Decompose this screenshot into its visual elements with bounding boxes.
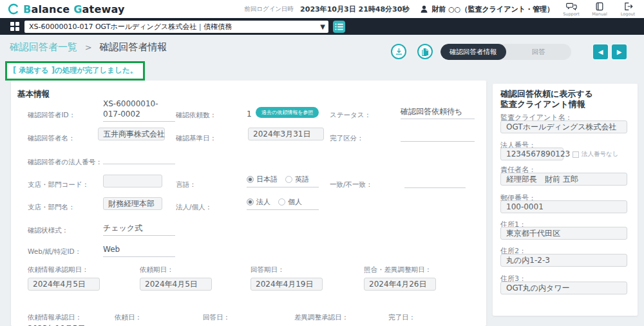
completion-value [401, 131, 475, 142]
app-header: Balance Gateway 前回ログイン日時 2023年10月3日 21時4… [0, 0, 644, 18]
entity-type-label: 法人/個人： [176, 203, 212, 212]
reconciliation-deadline-input[interactable]: 2024年4月26日 [364, 278, 436, 291]
address2-input[interactable]: 丸の内1-2-3 [500, 254, 627, 267]
prev-arrow-icon: ◀ [598, 48, 603, 55]
address1-input[interactable]: 東京都千代田区 [500, 227, 627, 240]
user-icon [419, 4, 429, 14]
radio-individual[interactable]: 個人 [278, 197, 302, 207]
manual-label: Manual [592, 12, 607, 17]
engagement-selector[interactable]: XS-60000010-017 OGTホールディングス株式会社｜債権債務 ▼ [24, 21, 328, 33]
user-menu[interactable]: 財前 ○○（監査クライアント・管理） [419, 4, 554, 14]
audit-client-panel: 確認回答依頼に表示する 監査クライアント情報 監査クライアント名： OGTホール… [493, 84, 638, 316]
copy-document-button[interactable] [417, 44, 433, 59]
base-date-label: 確認基準日： [176, 134, 216, 143]
corporate-number-value [103, 153, 175, 164]
list-menu-button[interactable] [333, 21, 345, 33]
approval-deadline-input[interactable]: 2024年4月5日 [28, 278, 100, 291]
breadcrumb-current: 確認回答者情報 [99, 41, 167, 53]
breadcrumb-separator: > [85, 43, 92, 52]
next-record-button[interactable]: ▶ [612, 44, 627, 59]
manager-input[interactable]: 経理部長 財前 五郎 [500, 173, 627, 186]
radio-japanese[interactable]: 日本語 [247, 175, 278, 184]
breadcrumb-parent-link[interactable]: 確認回答者一覧 [10, 41, 77, 53]
responder-name-input[interactable]: 五井商事株式会社 [98, 128, 165, 140]
view-toggle: 確認回答者情報 回答 [440, 44, 571, 60]
radio-corporate[interactable]: 法人 [247, 197, 270, 207]
approval-date-value: 2023年10月5日 [28, 323, 85, 326]
request-deadline-label: 依頼期日： [140, 265, 174, 274]
answer-deadline-label: 回答期日： [251, 265, 285, 274]
success-message: [ 承認する ]の処理が完了しました。 [5, 61, 145, 81]
support-label: Support [563, 12, 580, 17]
responder-id-label: 確認回答者ID： [28, 111, 75, 120]
logout-button[interactable]: Logout [617, 2, 639, 17]
answer-date-label: 回答日： [203, 313, 230, 322]
request-date-label: 依頼日： [115, 313, 142, 322]
approval-date-label: 依頼情報承認日： [28, 313, 82, 322]
status-label: ステータス： [330, 111, 371, 120]
radio-individual-label: 個人 [288, 197, 302, 207]
entity-type-radio-group: 法人 個人 [247, 197, 319, 210]
match-value [404, 177, 466, 188]
no-corporate-number-label: 法人番号なし [582, 150, 618, 158]
corporate-number-label: 確認回答者の法人番号： [28, 158, 102, 167]
radio-english-dot [285, 176, 292, 183]
logout-label: Logout [621, 12, 635, 17]
approval-deadline-label: 依頼情報承認期日： [28, 265, 89, 274]
radio-individual-dot [278, 198, 285, 206]
download-icon [395, 48, 403, 56]
answer-deadline-input[interactable]: 2024年4月19日 [251, 278, 323, 291]
difference-approval-date-label: 差異調整承認日： [294, 313, 348, 322]
responder-id-value: XS-60000010-017-0002 [103, 99, 175, 122]
language-label: 言語： [176, 180, 196, 189]
no-corporate-number-checkbox[interactable]: 法人番号なし [573, 150, 618, 158]
client-corporate-number-input[interactable]: 1234567890123 [500, 148, 564, 160]
user-name: 財前 ○○（監査クライアント・管理） [431, 5, 554, 14]
responder-name-label: 確認回答者名： [28, 134, 75, 143]
postal-input[interactable]: 100-0001 [500, 200, 627, 213]
form-style-value: チェック式 [103, 223, 175, 236]
past-request-info-button[interactable]: 過去の依頼情報を参照 [256, 107, 319, 118]
section-title: 基本情報 [17, 89, 50, 100]
base-date-input[interactable]: 2024年3月31日 [248, 128, 324, 140]
form-style-label: 確認状様式： [28, 226, 68, 235]
completion-label: 完了区分： [330, 134, 364, 143]
tab-answer[interactable]: 回答 [506, 44, 572, 60]
list-icon [335, 23, 343, 30]
reconciliation-deadline-label: 照合・差異調整期日： [364, 265, 431, 274]
engagement-selector-value: XS-60000010-017 OGTホールディングス株式会社｜債権債務 [29, 23, 232, 31]
radio-japanese-dot [247, 176, 254, 183]
web-paper-label: Web/紙/特定ID： [28, 247, 81, 256]
branch-code-input[interactable] [103, 175, 162, 187]
branch-name-input[interactable]: 財務経理本部 [103, 197, 162, 210]
branch-name-label: 支店・部門名： [28, 203, 75, 212]
apps-grid-icon[interactable] [10, 22, 19, 31]
next-arrow-icon: ▶ [617, 48, 622, 55]
support-button[interactable]: Support [560, 2, 582, 17]
document-icon [421, 48, 430, 56]
radio-english-label: 英語 [295, 175, 309, 184]
basic-info-panel: 基本情報 確認回答者ID： XS-60000010-017-0002 確認依頼数… [11, 81, 486, 326]
app-logo: Balance Gateway [0, 3, 125, 15]
download-button[interactable] [391, 44, 406, 59]
last-login-value: 2023年10月3日 21時48分30秒 [300, 5, 409, 14]
radio-english[interactable]: 英語 [285, 175, 309, 184]
tab-responder-info[interactable]: 確認回答者情報 [440, 44, 506, 60]
match-label: 一致/不一致： [330, 180, 373, 189]
logo-icon [8, 3, 19, 15]
dropdown-arrow-icon: ▼ [320, 21, 325, 33]
radio-corporate-label: 法人 [256, 197, 270, 207]
manual-button[interactable]: Manual [589, 2, 611, 17]
context-bar: XS-60000010-017 OGTホールディングス株式会社｜債権債務 ▼ [0, 18, 644, 35]
manual-icon [595, 2, 604, 11]
request-deadline-input[interactable]: 2024年4月5日 [140, 278, 212, 291]
web-paper-value: Web [103, 244, 175, 257]
request-count-label: 確認依頼数： [176, 111, 216, 120]
checkbox-icon [573, 151, 579, 158]
radio-corporate-dot [247, 198, 254, 206]
client-name-input[interactable]: OGTホールディングス株式会社 [500, 120, 627, 133]
address3-input[interactable]: OGT丸の内タワー [500, 282, 627, 294]
prev-record-button[interactable]: ◀ [593, 44, 608, 59]
app-screen: Balance Gateway 前回ログイン日時 2023年10月3日 21時4… [0, 0, 644, 326]
branch-code-label: 支店・部門コード： [28, 180, 89, 189]
